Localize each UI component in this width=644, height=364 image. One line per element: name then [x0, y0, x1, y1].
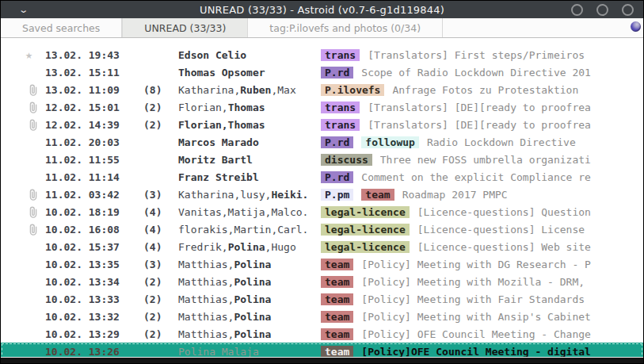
paperclip-icon [1, 84, 45, 96]
message-subject: [Licence-questions] License [417, 224, 585, 236]
tag-badge: legal-licence [321, 224, 410, 236]
tag-badge: trans [321, 102, 360, 113]
thread-count: (2) [143, 293, 178, 305]
paperclip-icon [28, 119, 38, 131]
window-control-icon[interactable] [596, 4, 608, 16]
tag-badge: team [321, 328, 353, 340]
message-subject: [Translators] [DE][ready to proofrea [368, 102, 591, 113]
message-row[interactable]: 11.02. 20:03Marcos MaradoP.rdfollowupRad… [1, 133, 643, 151]
thread-count: (2) [143, 102, 178, 113]
message-row[interactable]: 10.02. 13:29(2)Matthias,Polinateam[Polic… [1, 325, 643, 343]
paperclip-icon [1, 119, 45, 131]
message-sender: Vanitas,Matija,Malco. [178, 206, 321, 218]
message-row[interactable]: 12.02. 15:01(2)Florian,Thomastrans[Trans… [1, 98, 643, 116]
thread-count: (2) [143, 311, 178, 323]
message-sender: Matthias,Polina [178, 276, 321, 288]
tab-saved-searches[interactable]: Saved searches [1, 18, 122, 37]
message-sender: Marcos Marado [178, 136, 321, 148]
tag-badge: P.ilovefs [321, 84, 384, 96]
message-subject: [Policy] Meeting with Ansip's Cabinet [361, 311, 591, 323]
tag-badge: followup [361, 136, 419, 148]
tag-badge: team [321, 311, 353, 323]
message-subject: Roadmap 2017 PMPC [402, 189, 508, 201]
message-subject: Scope of Radio Lockdown Directive 201 [361, 67, 591, 79]
message-row[interactable]: 11.02. 03:42(3)Katharina,lusy,Heiki.P.pm… [1, 186, 643, 203]
message-date: 13.02. 15:11 [45, 67, 143, 79]
message-date: 10.02. 15:37 [45, 241, 143, 253]
paperclip-icon [1, 206, 45, 218]
message-date: 12.02. 14:39 [45, 119, 143, 131]
message-date: 10.02. 13:35 [45, 259, 143, 270]
tag-badge: team [321, 276, 353, 288]
tag-badge: team [361, 189, 394, 201]
message-date: 10.02. 13:32 [45, 311, 143, 323]
message-sender: Franz Streibl [178, 171, 321, 183]
message-row[interactable]: 13.02. 15:11Thomas OpsomerP.rdScope of R… [1, 63, 643, 81]
message-date: 11.02. 20:03 [45, 136, 143, 148]
message-row[interactable]: 11.02. 11:55Moritz BartldiscussThree new… [1, 151, 643, 168]
window-control-icon[interactable] [571, 4, 583, 16]
paperclip-icon [1, 189, 45, 201]
message-row[interactable]: 10.02. 13:26Polina Malajateam[Policy]OFE… [1, 343, 643, 357]
message-row[interactable]: 13.02. 11:09(8)Katharina,Ruben,MaxP.ilov… [1, 81, 643, 98]
paperclip-icon [28, 189, 38, 201]
tag-badge: trans [321, 119, 360, 131]
message-subject: Radio Lockdown Directive [427, 136, 576, 148]
message-date: 10.02. 18:19 [45, 206, 143, 218]
message-sender: Matthias,Polina [178, 328, 321, 340]
app-window: ⌄ UNREAD (33/33) - Astroid (v0.7-6-g1d11… [0, 0, 644, 364]
window-control-icon[interactable] [622, 4, 634, 16]
star-icon: ★ [1, 49, 45, 61]
paperclip-icon [28, 102, 38, 113]
message-subject: [Policy] Meeting with DG Research - P [361, 259, 591, 270]
message-row[interactable]: 10.02. 13:32(2)Matthias,Polinateam[Polic… [1, 308, 643, 325]
tag-badge: team [321, 346, 353, 358]
message-sender: Edson Celio [178, 49, 321, 61]
message-sender: Florian,Thomas [178, 119, 321, 131]
message-sender: Florian,Thomas [178, 102, 321, 113]
paperclip-icon [1, 102, 45, 113]
message-date: 10.02. 16:08 [45, 224, 143, 236]
tag-badge: P.pm [321, 189, 353, 201]
tag-badge: legal-licence [321, 206, 410, 218]
message-row[interactable]: 10.02. 13:35(3)Matthias,Polinateam[Polic… [1, 255, 643, 273]
message-row[interactable]: 10.02. 15:37(4)Fredrik,Polina,Hugolegal-… [1, 238, 643, 255]
message-date: 13.02. 11:09 [45, 84, 143, 96]
message-sender: Moritz Bartl [178, 154, 321, 166]
message-row[interactable]: 10.02. 16:08(4)florakis,Martin,Carl.lega… [1, 220, 643, 238]
message-row[interactable]: ★13.02. 19:43Edson Celiotrans[Translator… [1, 46, 643, 63]
message-subject: [Translators] [DE][ready to proofrea [368, 119, 591, 131]
thread-count: (8) [143, 84, 178, 96]
thread-count: (3) [143, 259, 178, 270]
tab-unread[interactable]: UNREAD (33/33) [122, 18, 248, 37]
paperclip-icon [28, 84, 38, 96]
message-subject: [Licence-questions] Question [417, 206, 591, 218]
globe-icon [631, 21, 641, 32]
message-row[interactable]: 12.02. 14:39(2)Florian,Thomastrans[Trans… [1, 116, 643, 133]
message-date: 10.02. 13:34 [45, 276, 143, 288]
message-sender: Matthias,Polina [178, 293, 321, 305]
tab-bar: Saved searches UNREAD (33/33) tag:P.ilov… [1, 18, 643, 38]
thread-count: (2) [143, 119, 178, 131]
message-date: 11.02. 11:14 [45, 171, 143, 183]
message-row[interactable]: 10.02. 13:34(2)Matthias,Polinateam[Polic… [1, 273, 643, 290]
message-date: 12.02. 15:01 [45, 102, 143, 113]
thread-count: (4) [143, 241, 178, 253]
message-list: ★13.02. 19:43Edson Celiotrans[Translator… [1, 38, 643, 357]
tag-badge: discuss [321, 154, 372, 166]
window-title: UNREAD (33/33) - Astroid (v0.7-6-g1d1198… [1, 4, 643, 16]
message-date: 11.02. 11:55 [45, 154, 143, 166]
message-row[interactable]: 10.02. 18:19(4)Vanitas,Matija,Malco.lega… [1, 203, 643, 220]
message-row[interactable]: 11.02. 11:14Franz StreiblP.rdComment on … [1, 168, 643, 186]
title-bar: ⌄ UNREAD (33/33) - Astroid (v0.7-6-g1d11… [1, 1, 643, 18]
thread-count: (4) [143, 206, 178, 218]
message-sender: Fredrik,Polina,Hugo [178, 241, 321, 253]
message-sender: Matthias,Polina [178, 259, 321, 270]
tag-badge: P.rd [321, 136, 353, 148]
chevron-down-icon[interactable]: ⌄ [18, 6, 29, 14]
message-sender: Thomas Opsomer [178, 67, 321, 79]
message-subject: Three new FOSS umbrella organizati [380, 154, 591, 166]
message-row[interactable]: 10.02. 13:33(2)Matthias,Polinateam[Polic… [1, 290, 643, 308]
message-subject: [Licence-questions] Web site [417, 241, 591, 253]
tab-tag-search[interactable]: tag:P.ilovefs and photos (0/34) [248, 18, 443, 37]
